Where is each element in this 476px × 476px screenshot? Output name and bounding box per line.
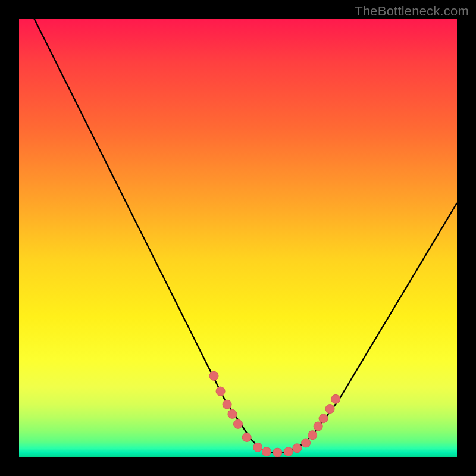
plot-area: [19, 19, 457, 457]
bottleneck-curve: [19, 19, 457, 453]
marker-dot: [273, 448, 282, 457]
highlight-markers: [209, 371, 340, 457]
marker-dot: [293, 444, 302, 453]
marker-dot: [209, 371, 218, 380]
marker-dot: [253, 443, 262, 452]
marker-dot: [314, 422, 322, 431]
marker-dot: [284, 447, 293, 456]
marker-dot: [319, 414, 328, 423]
chart-svg: [19, 19, 457, 457]
watermark-text: TheBottleneck.com: [355, 4, 469, 19]
outer-frame: TheBottleneck.com: [0, 0, 476, 476]
marker-dot: [302, 439, 311, 447]
marker-dot: [234, 419, 243, 428]
marker-dot: [262, 447, 271, 456]
marker-dot: [242, 433, 251, 441]
marker-dot: [228, 409, 237, 418]
marker-dot: [216, 387, 225, 396]
marker-dot: [223, 400, 231, 409]
marker-dot: [331, 394, 340, 403]
marker-dot: [325, 405, 334, 414]
marker-dot: [308, 431, 317, 440]
